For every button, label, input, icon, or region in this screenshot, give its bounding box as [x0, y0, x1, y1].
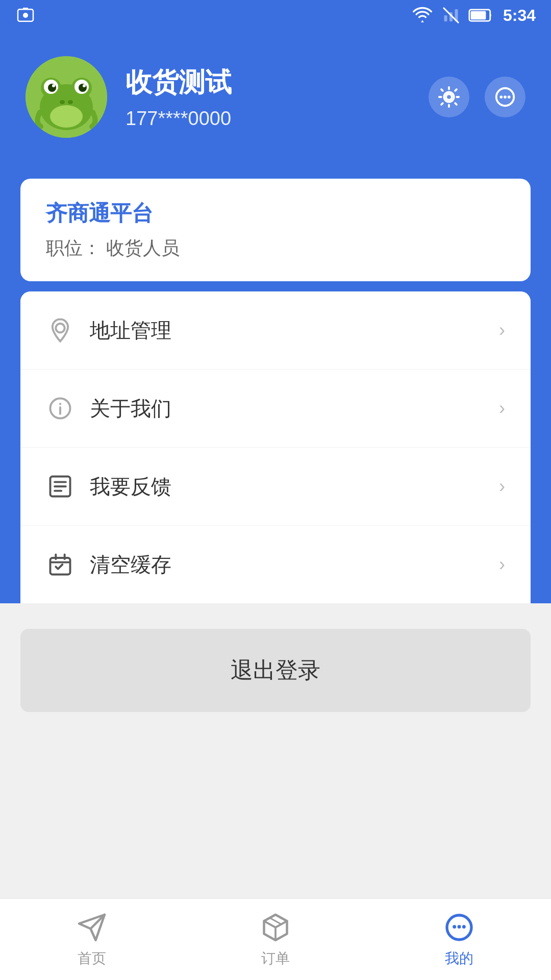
- mine-nav-label: 我的: [445, 949, 473, 968]
- svg-point-24: [504, 95, 507, 99]
- svg-point-15: [79, 84, 87, 92]
- gear-icon: [437, 85, 461, 109]
- address-chevron: ›: [499, 320, 505, 341]
- bottom-nav: 首页 订单 我的: [0, 898, 551, 980]
- svg-point-17: [83, 84, 86, 87]
- svg-point-14: [48, 84, 56, 92]
- header: 收货测试 177****0000: [0, 31, 551, 179]
- nav-item-orders[interactable]: 订单: [184, 911, 367, 968]
- svg-rect-7: [471, 11, 486, 20]
- status-bar-left: [15, 5, 36, 26]
- menu-card: 地址管理 › 关于我们 ›: [20, 291, 531, 603]
- svg-point-29: [59, 403, 61, 405]
- frog-avatar-svg: [26, 56, 107, 138]
- message-icon: [493, 85, 517, 109]
- feedback-chevron: ›: [499, 476, 505, 497]
- profile-actions: [429, 77, 525, 117]
- cache-label: 清空缓存: [90, 551, 499, 579]
- orders-nav-icon: [259, 911, 292, 944]
- logout-section: 退出登录: [0, 603, 551, 738]
- signal-icon: [442, 6, 460, 24]
- message-button[interactable]: [485, 77, 525, 117]
- feedback-icon: [46, 472, 74, 501]
- logout-button[interactable]: 退出登录: [20, 629, 531, 712]
- about-label: 关于我们: [90, 395, 499, 423]
- role-info: 职位： 收货人员: [46, 236, 505, 261]
- svg-point-39: [453, 925, 456, 928]
- address-label: 地址管理: [90, 316, 499, 345]
- info-icon: [46, 394, 74, 423]
- profile-info: 收货测试 177****0000: [126, 65, 232, 130]
- profile-left: 收货测试 177****0000: [26, 56, 232, 138]
- profile-name: 收货测试: [126, 65, 232, 101]
- avatar: [26, 56, 107, 138]
- svg-point-25: [508, 95, 511, 99]
- status-time: 5:34: [503, 6, 536, 25]
- platform-name: 齐商通平台: [46, 199, 505, 228]
- nav-item-mine[interactable]: 我的: [367, 911, 551, 968]
- mine-nav-icon: [443, 911, 475, 944]
- svg-point-16: [52, 84, 55, 87]
- svg-point-18: [60, 100, 65, 104]
- svg-point-41: [462, 925, 466, 928]
- svg-point-40: [458, 925, 461, 928]
- status-bar: 5:34: [0, 0, 551, 31]
- svg-point-1: [23, 13, 28, 18]
- menu-item-cache[interactable]: 清空缓存 ›: [20, 526, 531, 603]
- content-area: 退出登录: [0, 603, 551, 738]
- wifi-icon: [411, 6, 434, 24]
- profile-row: 收货测试 177****0000: [26, 56, 525, 138]
- info-card: 齐商通平台 职位： 收货人员: [20, 179, 531, 281]
- svg-point-26: [56, 324, 64, 332]
- svg-point-21: [446, 94, 452, 100]
- svg-point-19: [68, 100, 73, 104]
- svg-point-20: [50, 105, 83, 128]
- menu-item-address[interactable]: 地址管理 ›: [20, 291, 531, 370]
- cache-icon: [46, 550, 74, 579]
- battery-icon: [468, 6, 495, 24]
- cards-container: 齐商通平台 职位： 收货人员 地址管理 ›: [0, 179, 551, 603]
- home-nav-label: 首页: [78, 949, 106, 968]
- role-name: 收货人员: [106, 237, 180, 258]
- svg-point-23: [499, 95, 503, 99]
- photo-icon: [15, 5, 36, 26]
- location-icon: [46, 316, 74, 345]
- status-bar-right: 5:34: [411, 6, 536, 25]
- nav-item-home[interactable]: 首页: [0, 911, 184, 968]
- role-label: 职位：: [46, 237, 101, 258]
- cache-chevron: ›: [499, 554, 505, 575]
- svg-rect-2: [444, 15, 447, 21]
- about-chevron: ›: [499, 398, 505, 419]
- profile-phone: 177****0000: [126, 108, 232, 130]
- home-nav-icon: [76, 911, 108, 944]
- menu-item-feedback[interactable]: 我要反馈 ›: [20, 448, 531, 526]
- orders-nav-label: 订单: [261, 949, 290, 968]
- settings-button[interactable]: [429, 77, 469, 117]
- menu-item-about[interactable]: 关于我们 ›: [20, 370, 531, 448]
- feedback-label: 我要反馈: [90, 473, 499, 501]
